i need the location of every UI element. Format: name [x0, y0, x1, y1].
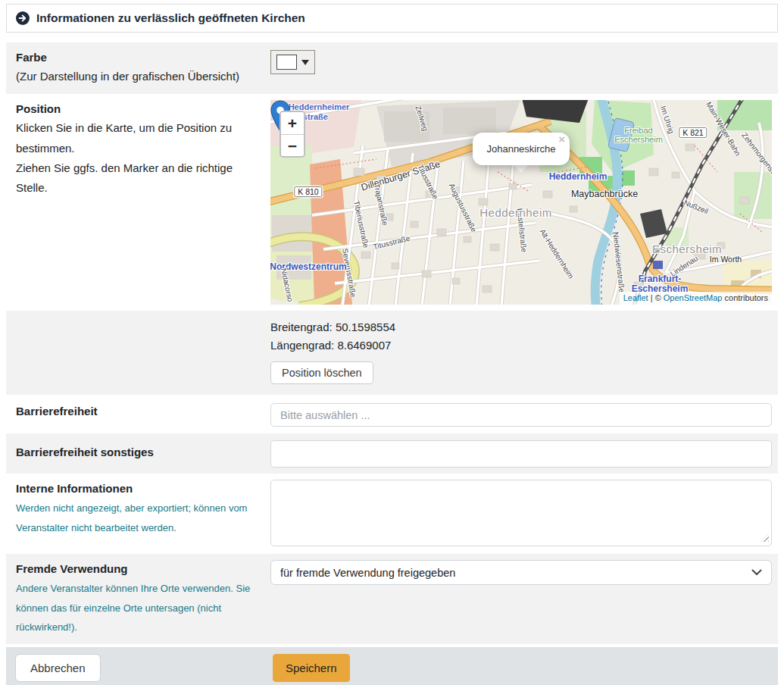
map-label: K 810: [294, 186, 322, 197]
map-label: Maybachbrücke: [571, 189, 638, 199]
map-label: Heddernheim: [549, 171, 608, 182]
position-instruction-2: Ziehen Sie ggfs. den Marker an die richt…: [16, 158, 266, 199]
map-label: K 821: [679, 127, 707, 138]
leaflet-link[interactable]: Leaflet: [623, 293, 648, 302]
farbe-hint: (Zur Darstellung in der grafischen Übers…: [16, 67, 266, 86]
map-label: Eschersheim: [652, 242, 722, 255]
section-header: Informationen zu verlässlich geöffneten …: [6, 4, 778, 33]
fremde-selected-option: für fremde Verwendung freigegeben: [280, 567, 455, 579]
map-label: Heddernheim: [479, 206, 552, 219]
map-attribution: Leaflet | © OpenStreetMap contributors: [620, 292, 772, 305]
latitude-value: 50.1598554: [336, 321, 395, 333]
chevron-down-icon: [751, 569, 762, 576]
row-barrierefreiheit: Barrierefreiheit: [6, 395, 778, 433]
position-label: Position: [16, 102, 61, 115]
map-zoom-control: + −: [280, 111, 305, 158]
position-instruction-1: Klicken Sie in die Karte, um die Positio…: [16, 118, 266, 158]
fremde-label: Fremde Verwendung: [16, 562, 128, 575]
popup-title: Johanneskirche: [486, 143, 555, 155]
interne-hint: Werden nicht angezeigt, aber exportiert;…: [16, 499, 266, 537]
longitude-value: 8.6469007: [337, 339, 391, 352]
barrierefreiheit-sonstiges-input[interactable]: [270, 440, 772, 468]
page-title: Informationen zu verlässlich geöffneten …: [36, 11, 305, 25]
longitude-label: Längengrad:: [270, 339, 334, 352]
latitude-label: Breitengrad:: [270, 321, 333, 333]
row-interne-informationen: Interne Informationen Werden nicht angez…: [6, 474, 778, 554]
farbe-label-block: Farbe (Zur Darstellung in der grafischen…: [6, 42, 270, 94]
farbe-label: Farbe: [16, 51, 47, 64]
caret-down-icon: [301, 60, 309, 65]
cancel-button[interactable]: Abbrechen: [15, 654, 101, 682]
row-barrierefreiheit-sonstiges: Barrierefreiheit sonstiges: [6, 433, 778, 474]
row-fremde-verwendung: Fremde Verwendung Andere Veranstalter kö…: [6, 554, 778, 644]
map-label: Freibad: [624, 126, 652, 135]
barrierefreiheit-label: Barrierefreiheit: [16, 405, 98, 418]
zoom-in-button[interactable]: +: [281, 112, 304, 134]
longitude-line: Längengrad: 8.6469007: [270, 339, 772, 352]
save-button[interactable]: Speichern: [273, 654, 350, 682]
form-footer: Abbrechen Speichern: [6, 647, 778, 685]
attribution-suffix: contributors: [722, 293, 768, 302]
attribution-separator: | ©: [648, 293, 664, 302]
interne-label: Interne Informationen: [16, 482, 133, 495]
osm-link[interactable]: OpenStreetMap: [664, 293, 723, 302]
fremde-hint: Andere Veranstalter können Ihre Orte ver…: [16, 579, 266, 637]
latitude-line: Breitengrad: 50.1598554: [270, 321, 772, 333]
map-label: Frankfurt-: [639, 274, 682, 284]
map-label: Im Worth: [710, 255, 742, 264]
color-picker[interactable]: [270, 50, 315, 74]
map-label: Eschersheim: [614, 135, 663, 144]
map-popup: Johanneskirche ×: [473, 133, 570, 165]
color-swatch: [276, 55, 297, 70]
zoom-out-button[interactable]: −: [281, 134, 304, 156]
leaflet-map[interactable]: HeddernheimerdstraßeZeilwegDillenburger …: [270, 100, 772, 305]
row-coordinates: Breitengrad: 50.1598554 Längengrad: 8.64…: [6, 311, 778, 395]
row-position: Position Klicken Sie in die Karte, um di…: [6, 94, 778, 311]
arrow-circle-right-icon: [16, 11, 30, 25]
fremde-verwendung-select[interactable]: für fremde Verwendung freigegeben: [270, 560, 772, 585]
popup-close-icon[interactable]: ×: [558, 133, 565, 145]
barrierefreiheit-sonstiges-label: Barrierefreiheit sonstiges: [16, 446, 154, 458]
row-farbe: Farbe (Zur Darstellung in der grafischen…: [6, 42, 778, 94]
barrierefreiheit-input[interactable]: [270, 403, 772, 427]
interne-textarea[interactable]: [270, 480, 772, 546]
delete-position-button[interactable]: Position löschen: [270, 361, 373, 384]
position-label-block: Position Klicken Sie in die Karte, um di…: [6, 94, 270, 311]
